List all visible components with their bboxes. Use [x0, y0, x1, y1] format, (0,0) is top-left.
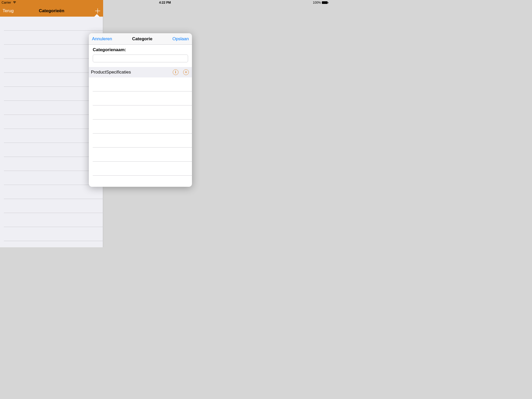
popover-arrow — [94, 14, 100, 17]
list-item[interactable] — [93, 162, 192, 176]
list-item[interactable] — [4, 185, 103, 199]
category-name-input[interactable] — [93, 55, 188, 62]
list-item[interactable] — [93, 91, 192, 105]
list-item[interactable] — [4, 171, 103, 185]
list-item[interactable] — [93, 77, 192, 91]
list-item[interactable] — [4, 227, 103, 241]
category-name-label: Categorienaam: — [93, 47, 188, 52]
wifi-icon — [13, 1, 16, 4]
list-item[interactable] — [93, 119, 192, 134]
add-spec-button[interactable]: + — [183, 69, 189, 75]
specs-section-title: ProductSpecificaties — [91, 70, 131, 75]
popover-title: Categorie — [132, 36, 152, 42]
category-popover: Annuleren Categorie Opslaan Categorienaa… — [89, 33, 192, 187]
category-form: Categorienaam: — [89, 45, 192, 67]
cancel-button[interactable]: Annuleren — [92, 36, 112, 42]
clock-label: 4:22 PM — [159, 1, 171, 4]
back-button[interactable]: Terug — [3, 8, 14, 14]
add-category-button[interactable] — [95, 8, 101, 14]
list-item[interactable] — [4, 213, 103, 227]
battery-percent: 100% — [313, 1, 321, 4]
status-bar: Carrier 4:22 PM 100% — [0, 0, 330, 5]
save-button[interactable]: Opslaan — [172, 36, 189, 42]
carrier-label: Carrier — [2, 1, 11, 4]
sidebar-title: Categorieën — [39, 8, 64, 14]
info-icon: i — [175, 70, 176, 74]
battery-icon — [322, 1, 328, 4]
plus-icon: + — [185, 70, 188, 75]
list-item[interactable] — [93, 148, 192, 162]
list-item[interactable] — [4, 199, 103, 213]
spec-list — [89, 77, 192, 176]
popover-header: Annuleren Categorie Opslaan — [89, 33, 192, 45]
info-button[interactable]: i — [173, 69, 178, 75]
list-item[interactable] — [93, 105, 192, 119]
specs-section-header: ProductSpecificaties i + — [89, 67, 192, 77]
list-item[interactable] — [93, 134, 192, 148]
plus-icon — [95, 8, 101, 14]
